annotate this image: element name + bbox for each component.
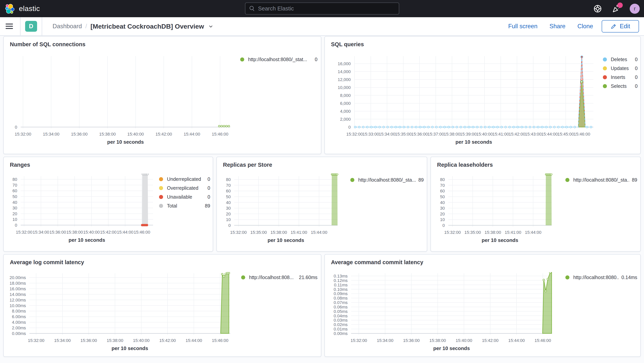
svg-text:20: 20: [440, 212, 445, 216]
share-button[interactable]: Share: [550, 23, 566, 30]
legend-item[interactable]: Selects0: [603, 83, 638, 89]
svg-text:15:44:00: 15:44:00: [525, 230, 542, 235]
panel-title[interactable]: Replicas per Store: [223, 162, 272, 168]
panel-average-command-commit-latency: Average command commit latency 15:32:001…: [324, 254, 641, 357]
full-screen-button[interactable]: Full screen: [508, 23, 538, 30]
svg-text:8,000: 8,000: [340, 93, 351, 98]
svg-text:80: 80: [12, 177, 17, 182]
toolbar-divider: [20, 17, 20, 36]
svg-text:15:32:00: 15:32:00: [350, 338, 367, 343]
panel-title[interactable]: Ranges: [10, 162, 30, 168]
legend-item[interactable]: http://localhost:8080/_sta...89: [350, 177, 424, 183]
legend-dot: [159, 177, 163, 181]
legend-dot: [350, 178, 354, 182]
chart-ranges[interactable]: 15:32:0015:34:0015:36:0015:38:0015:40:00…: [4, 173, 164, 246]
chart-avg-command-commit-latency[interactable]: 15:32:0015:34:0015:36:0015:38:0015:40:00…: [329, 272, 605, 353]
brand-wordmark: elastic: [19, 5, 40, 13]
svg-text:15:40:00: 15:40:00: [83, 230, 100, 235]
kibana-dashboard: elastic: [0, 0, 644, 363]
legend-item[interactable]: http://localhost:808...21.60ms: [241, 275, 318, 280]
legend-item[interactable]: Overreplicated0: [159, 185, 210, 191]
whats-new-button[interactable]: [611, 4, 621, 14]
svg-text:15:46:00: 15:46:00: [534, 338, 551, 343]
global-search[interactable]: [245, 3, 399, 15]
svg-text:15:37:00: 15:37:00: [428, 132, 444, 137]
svg-text:15:41:00: 15:41:00: [290, 230, 307, 235]
svg-text:15:38:00: 15:38:00: [66, 230, 83, 235]
panel-title[interactable]: SQL queries: [331, 41, 364, 48]
svg-text:15:34:00: 15:34:00: [54, 338, 71, 343]
nav-menu-button[interactable]: [3, 20, 16, 33]
page-title[interactable]: [Metricbeat CockroachDB] Overview: [90, 23, 204, 30]
legend-dot: [159, 186, 163, 190]
svg-text:15:38:00: 15:38:00: [99, 132, 116, 137]
legend-item[interactable]: Updates0: [603, 66, 638, 71]
elastic-brand[interactable]: elastic: [5, 4, 40, 14]
svg-text:15:32:00: 15:32:00: [346, 132, 363, 137]
legend-item[interactable]: Underreplicated0: [159, 176, 210, 182]
dashboard-toolbar: D Dashboard / [Metricbeat CockroachDB] O…: [0, 17, 644, 36]
chart-legend: http://localhost:8080/_sta...89: [350, 177, 424, 186]
svg-text:0.05ms: 0.05ms: [334, 309, 348, 314]
panel-title[interactable]: Average log commit latency: [10, 259, 84, 265]
svg-text:per 10 seconds: per 10 seconds: [107, 139, 144, 145]
svg-text:10.00ms: 10.00ms: [10, 303, 26, 308]
svg-text:0.00ms: 0.00ms: [334, 331, 348, 336]
legend-item[interactable]: http://localhost:8080/_sta...89: [565, 177, 637, 183]
legend-value: 21.60ms: [296, 275, 318, 280]
svg-text:15:42:00: 15:42:00: [159, 338, 176, 343]
chart-replica-leaseholders[interactable]: 15:32:0015:35:0015:38:0015:41:0015:44:00…: [433, 173, 560, 246]
svg-text:15:34:00: 15:34:00: [379, 132, 395, 137]
legend-item[interactable]: Inserts0: [603, 75, 638, 80]
svg-text:2.00ms: 2.00ms: [12, 325, 26, 330]
panel-title[interactable]: Average command commit latency: [331, 259, 423, 265]
svg-text:0.07ms: 0.07ms: [334, 300, 348, 305]
legend-item[interactable]: Total89: [159, 203, 210, 209]
panel-average-log-commit-latency: Average log commit latency 15:32:0015:34…: [3, 254, 321, 357]
chart-legend: http://localhost:8080/_sta...89: [565, 177, 637, 186]
legend-item[interactable]: Unavailable0: [159, 194, 210, 200]
chart-avg-log-commit-latency[interactable]: 15:32:0015:34:0015:36:0015:38:0015:40:00…: [4, 272, 245, 353]
chevron-down-icon[interactable]: [208, 24, 214, 29]
svg-text:15:44:00: 15:44:00: [508, 338, 525, 343]
legend-label: Overreplicated: [167, 185, 198, 191]
breadcrumb-dashboard-link[interactable]: Dashboard: [52, 23, 82, 30]
panel-title[interactable]: Replica leaseholders: [437, 162, 493, 168]
legend-item[interactable]: http://localhost:8080/_stat...0: [240, 57, 318, 62]
svg-text:15:35:00: 15:35:00: [464, 230, 481, 235]
legend-value: 0: [205, 194, 210, 200]
toolbar-actions: Full screen Share Clone: [508, 23, 593, 30]
breadcrumb: Dashboard / [Metricbeat CockroachDB] Ove…: [52, 23, 214, 30]
edit-button[interactable]: Edit: [602, 20, 639, 33]
svg-text:0.11ms: 0.11ms: [334, 282, 348, 287]
svg-text:15:39:00: 15:39:00: [460, 132, 477, 137]
svg-text:15:42:00: 15:42:00: [482, 338, 498, 343]
svg-text:10,000: 10,000: [338, 85, 351, 90]
svg-text:15:46:00: 15:46:00: [134, 230, 150, 235]
svg-text:20: 20: [12, 211, 17, 216]
chart-replicas-per-store[interactable]: 15:32:0015:35:0015:38:0015:41:0015:44:00…: [219, 173, 346, 246]
legend-dot: [159, 204, 163, 208]
svg-text:60: 60: [440, 189, 445, 193]
panel-title[interactable]: Number of SQL connections: [10, 41, 86, 48]
legend-item[interactable]: Deletes0: [603, 57, 638, 62]
svg-text:16,000: 16,000: [338, 61, 351, 66]
panel-sql-queries: SQL queries 15:32:0015:33:0015:34:0015:3…: [324, 36, 641, 154]
svg-text:15:43:00: 15:43:00: [525, 132, 542, 137]
badge-letter: D: [29, 23, 33, 30]
legend-item[interactable]: http://localhost:8080...0.14ms: [565, 275, 637, 280]
svg-text:per 10 seconds: per 10 seconds: [482, 237, 518, 243]
legend-label: Selects: [611, 83, 626, 89]
search-input[interactable]: [258, 6, 395, 12]
help-button[interactable]: [592, 4, 603, 14]
hamburger-icon: [6, 24, 13, 29]
chart-sql-connections[interactable]: 15:32:0015:34:0015:36:0015:38:0015:40:00…: [4, 53, 245, 147]
dashboard-app-badge: D: [25, 21, 37, 32]
svg-text:15:44:00: 15:44:00: [184, 132, 200, 137]
legend-dot: [603, 66, 607, 70]
legend-label: http://localhost:8080/_stat...: [248, 57, 307, 62]
clone-button[interactable]: Clone: [578, 23, 593, 30]
user-avatar[interactable]: r: [630, 4, 640, 14]
svg-text:0.02ms: 0.02ms: [334, 322, 348, 327]
chart-sql-queries[interactable]: 15:32:0015:33:0015:34:0015:35:0015:36:00…: [329, 53, 605, 147]
